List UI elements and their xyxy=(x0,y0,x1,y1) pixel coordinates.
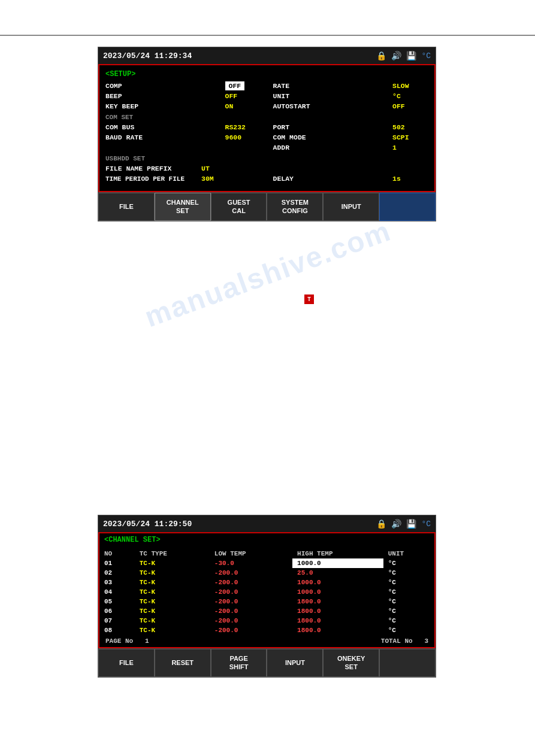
row7-unit: °C xyxy=(383,616,434,626)
port-value: 502 xyxy=(392,123,428,131)
speaker-icon: 🔊 xyxy=(391,51,401,61)
row1-low: -30.0 xyxy=(210,558,292,568)
screen2-datetime: 2023/05/24 11:29:50 xyxy=(103,520,192,529)
channel-table-header: NO TC TYPE LOW TEMP HIGH TEMP UNIT xyxy=(99,549,434,558)
col-no: NO xyxy=(99,549,135,558)
screen1-datetime: 2023/05/24 11:29:34 xyxy=(103,51,192,60)
channel-table: NO TC TYPE LOW TEMP HIGH TEMP UNIT 01 TC… xyxy=(99,549,434,635)
input-button[interactable]: INPUT xyxy=(323,193,379,221)
com-bus-row: COM BUS RS232 xyxy=(105,122,261,132)
screen2-file-button[interactable]: FILE xyxy=(98,649,155,677)
row7-no: 07 xyxy=(99,616,135,626)
row8-no: 08 xyxy=(99,626,135,635)
delay-label: DELAY xyxy=(273,175,333,183)
table-row: 07 TC-K -200.0 1800.0 °C xyxy=(99,616,434,626)
row6-no: 06 xyxy=(99,606,135,616)
beep-value: OFF xyxy=(225,92,261,100)
screen2-temp-unit: °C xyxy=(421,520,431,529)
delay-row: DELAY 1s xyxy=(273,174,429,184)
addr-row: ADDR 1 xyxy=(273,142,429,153)
port-row: PORT 502 xyxy=(273,122,429,132)
extra-button-1[interactable] xyxy=(379,193,436,221)
rate-label: RATE xyxy=(273,82,333,90)
usb-section: USBHDD SET FILE NAME PREFIX UT TIME PERI… xyxy=(105,155,428,184)
com-set-label: COM SET xyxy=(105,114,428,121)
screen2-lock-icon: 🔒 xyxy=(376,519,386,529)
autostart-value: OFF xyxy=(392,102,428,110)
row2-high: 25.0 xyxy=(292,568,383,578)
com-right-col: PORT 502 COM MODE SCPI ADDR 1 xyxy=(273,122,429,153)
row1-tc: TC-K xyxy=(135,558,210,568)
table-row: 03 TC-K -200.0 1000.0 °C xyxy=(99,578,434,587)
screen1-header: 2023/05/24 11:29:34 🔒 🔊 💾 °C xyxy=(98,47,436,64)
autostart-label: AUTOSTART xyxy=(273,102,333,110)
port-label: PORT xyxy=(273,123,333,131)
comp-row: COMP OFF xyxy=(105,81,261,91)
file-button[interactable]: FILE xyxy=(98,193,155,221)
row6-unit: °C xyxy=(383,606,434,616)
com-bus-value: RS232 xyxy=(225,123,261,131)
baud-rate-value: 9600 xyxy=(225,133,261,141)
unit-value: °C xyxy=(392,92,428,100)
com-bus-label: COM BUS xyxy=(105,123,165,131)
save-icon: 💾 xyxy=(406,51,416,61)
row3-low: -200.0 xyxy=(210,578,292,587)
key-beep-value: ON xyxy=(225,102,261,110)
mid-icon: T xyxy=(304,294,314,304)
addr-label: ADDR xyxy=(273,144,333,151)
setup-left-col: COMP OFF BEEP OFF KEY BEEP ON xyxy=(105,81,261,111)
screen2-extra-button[interactable] xyxy=(379,649,436,677)
row5-no: 05 xyxy=(99,597,135,606)
key-beep-row: KEY BEEP ON xyxy=(105,101,261,111)
autostart-row: AUTOSTART OFF xyxy=(273,101,429,111)
row3-high: 1000.0 xyxy=(292,578,383,587)
file-name-value: UT xyxy=(201,165,237,172)
screen2-input-button[interactable]: INPUT xyxy=(267,649,323,677)
table-row: 01 TC-K -30.0 1000.0 °C xyxy=(99,558,434,568)
row8-tc: TC-K xyxy=(135,626,210,635)
row5-unit: °C xyxy=(383,597,434,606)
screen2-header: 2023/05/24 11:29:50 🔒 🔊 💾 °C xyxy=(98,515,436,532)
row6-low: -200.0 xyxy=(210,606,292,616)
row1-no: 01 xyxy=(99,558,135,568)
guest-cal-button[interactable]: GUESTCAL xyxy=(211,193,267,221)
row5-tc: TC-K xyxy=(135,597,210,606)
page-divider xyxy=(0,35,535,36)
row4-no: 04 xyxy=(99,587,135,597)
row7-low: -200.0 xyxy=(210,616,292,626)
unit-label: UNIT xyxy=(273,92,333,100)
com-mode-value: SCPI xyxy=(392,133,428,141)
screen2-page-shift-button[interactable]: PAGESHIFT xyxy=(211,649,267,677)
table-row: 05 TC-K -200.0 1800.0 °C xyxy=(99,597,434,606)
row2-no: 02 xyxy=(99,568,135,578)
screen2-save-icon: 💾 xyxy=(406,519,416,529)
rate-row: RATE SLOW xyxy=(273,81,429,91)
table-row: 02 TC-K -200.0 25.0 °C xyxy=(99,568,434,578)
system-config-button[interactable]: SYSTEMCONFIG xyxy=(267,193,323,221)
screen2-reset-button[interactable]: RESET xyxy=(155,649,211,677)
row3-no: 03 xyxy=(99,578,135,587)
row7-high: 1800.0 xyxy=(292,616,383,626)
screen2-content: <CHANNEL SET> NO TC TYPE LOW TEMP HIGH T… xyxy=(98,532,436,648)
time-period-row: TIME PERIOD PER FILE 30M xyxy=(105,174,261,184)
file-name-label: FILE NAME PREFIX xyxy=(105,165,201,172)
comp-label: COMP xyxy=(105,82,165,90)
temp-unit-display: °C xyxy=(421,51,431,60)
page-no-label: PAGE No 1 xyxy=(105,637,149,645)
channel-set-title: <CHANNEL SET> xyxy=(104,536,430,544)
screen2-onekey-set-button[interactable]: ONEKEYSET xyxy=(323,649,379,677)
beep-row: BEEP OFF xyxy=(105,91,261,101)
usb-left: TIME PERIOD PER FILE 30M xyxy=(105,174,261,184)
col-high-temp: HIGH TEMP xyxy=(292,549,383,558)
table-row: 06 TC-K -200.0 1800.0 °C xyxy=(99,606,434,616)
row8-low: -200.0 xyxy=(210,626,292,635)
row4-high: 1000.0 xyxy=(292,587,383,597)
row6-high: 1800.0 xyxy=(292,606,383,616)
comp-value: OFF xyxy=(225,82,261,90)
screen2-buttons: FILE RESET PAGESHIFT INPUT ONEKEYSET xyxy=(98,648,436,677)
beep-label: BEEP xyxy=(105,92,165,100)
screen2-speaker-icon: 🔊 xyxy=(391,519,401,529)
row8-high: 1800.0 xyxy=(292,626,383,635)
row3-tc: TC-K xyxy=(135,578,210,587)
channel-set-button[interactable]: CHANNELSET xyxy=(155,193,211,221)
